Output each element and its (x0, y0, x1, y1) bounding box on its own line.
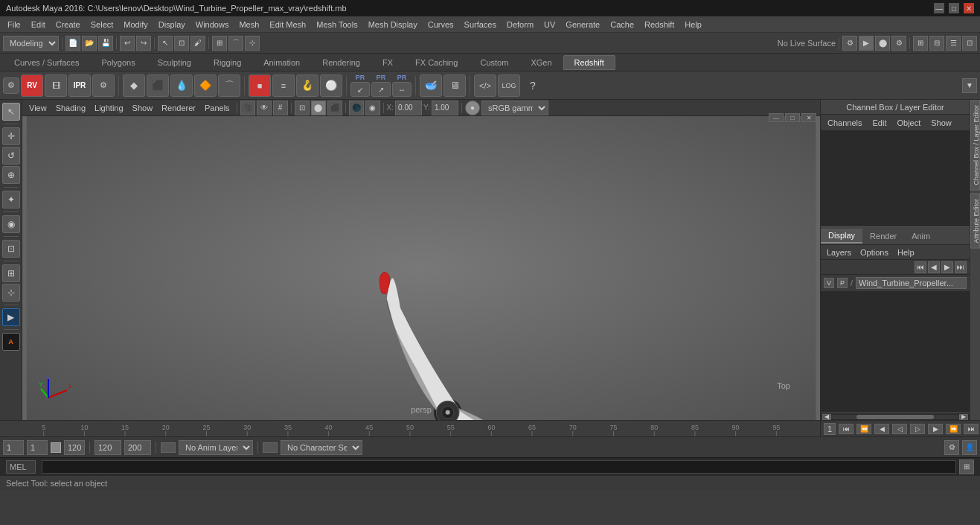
color-space-dropdown[interactable]: sRGB gamma (481, 101, 548, 115)
ui-layout2-button[interactable]: ⊟ (929, 36, 944, 51)
close-button[interactable]: ✕ (964, 3, 974, 13)
vp-grid-btn[interactable]: # (273, 101, 288, 115)
ui-layout4-button[interactable]: ⊡ (962, 36, 977, 51)
frame-current-input[interactable] (27, 440, 48, 455)
tab-xgen[interactable]: XGen (519, 55, 563, 70)
snap-grid-btn[interactable]: ⊞ (2, 264, 20, 282)
char-set-checkbox[interactable] (263, 442, 278, 453)
shelf-code-icon[interactable]: </> (474, 74, 496, 97)
vp-menu-renderer[interactable]: Renderer (158, 102, 199, 114)
tab-curves-surfaces[interactable]: Curves / Surfaces (3, 55, 90, 70)
render-view-btn[interactable]: ▶ (2, 308, 20, 326)
redo-button[interactable]: ↪ (136, 36, 151, 51)
vp-shadow-btn[interactable]: 🌑 (349, 101, 364, 115)
menu-mesh-display[interactable]: Mesh Display (364, 19, 422, 31)
frame-thumb[interactable] (51, 442, 61, 453)
snap-grid-button[interactable]: ⊞ (212, 36, 227, 51)
play-back-btn[interactable]: ◁ (892, 424, 907, 434)
rp-channels-menu[interactable]: Channels (824, 117, 865, 129)
vp-menu-view[interactable]: View (25, 102, 51, 114)
shelf-sphere-icon[interactable]: ◆ (123, 74, 145, 97)
menu-select[interactable]: Select (86, 19, 118, 31)
tab-custom[interactable]: Custom (470, 55, 520, 70)
anim-layer-dropdown[interactable]: No Anim Layer (179, 440, 253, 455)
vp-hide-btn[interactable]: 👁 (257, 101, 272, 115)
anim-layer-checkbox[interactable] (161, 442, 176, 453)
play-prev-btn[interactable]: ⏪ (856, 424, 871, 434)
play-first-btn[interactable]: ⏮ (839, 424, 854, 434)
viewport[interactable]: persp Top X Y Z (22, 116, 820, 420)
ui-layout-button[interactable]: ⊞ (913, 36, 928, 51)
vp-flat-btn[interactable]: ⬛ (327, 101, 342, 115)
render-button[interactable]: ▶ (859, 36, 874, 51)
render-options-button[interactable]: ⚙ (891, 36, 906, 51)
menu-windows[interactable]: Windows (191, 19, 234, 31)
menu-redshift[interactable]: Redshift (640, 19, 679, 31)
frame-start-input[interactable] (3, 440, 24, 455)
undo-button[interactable]: ↩ (120, 36, 135, 51)
shelf-ipr-icon[interactable]: IPR (68, 74, 91, 97)
shelf-sphere2-icon[interactable]: ⚪ (320, 74, 342, 97)
menu-surfaces[interactable]: Surfaces (460, 19, 501, 31)
command-input[interactable] (42, 460, 956, 474)
menu-curves[interactable]: Curves (423, 19, 458, 31)
playback-max-input[interactable] (124, 440, 151, 455)
shelf-scroll-right-button[interactable]: ▼ (962, 78, 977, 93)
scale-tool-btn[interactable]: ⊕ (2, 166, 20, 184)
save-file-button[interactable]: 💾 (98, 36, 113, 51)
menu-cache[interactable]: Cache (606, 19, 638, 31)
play-last-btn[interactable]: ⏭ (964, 424, 979, 434)
rp-arrow-first[interactable]: ⏮ (915, 261, 926, 273)
tab-rendering[interactable]: Rendering (311, 55, 371, 70)
play-fwd-btn[interactable]: ▷ (910, 424, 925, 434)
minimize-button[interactable]: — (934, 3, 944, 13)
tab-polygons[interactable]: Polygons (90, 55, 146, 70)
shelf-help-icon[interactable]: ? (522, 74, 544, 97)
shelf-cube-icon[interactable]: ⬛ (147, 74, 169, 97)
shelf-monitor-icon[interactable]: 🖥 (443, 74, 466, 97)
vp-ao-btn[interactable]: ◉ (365, 101, 380, 115)
lasso-button[interactable]: ⊡ (174, 36, 189, 51)
shelf-log-icon[interactable]: LOG (498, 74, 520, 97)
tab-fx[interactable]: FX (371, 55, 404, 70)
new-file-button[interactable]: 📄 (65, 36, 80, 51)
rp-layer-v-btn[interactable]: V (824, 278, 834, 288)
tab-redshift[interactable]: Redshift (563, 55, 615, 70)
anim-settings-btn[interactable]: ⚙ (944, 440, 959, 455)
vp-menu-lighting[interactable]: Lighting (91, 102, 127, 114)
move-tool-btn[interactable]: ✛ (2, 127, 20, 145)
char-set-dropdown[interactable]: No Character Set (281, 440, 362, 455)
rp-show-menu[interactable]: Show (927, 117, 955, 129)
menu-modify[interactable]: Modify (119, 19, 152, 31)
rp-help-item[interactable]: Help (894, 246, 917, 258)
shelf-bar-icon[interactable]: ≡ (272, 74, 295, 97)
timeline[interactable]: 5 10 15 20 25 30 35 40 45 (0, 420, 980, 436)
rp-edit-menu[interactable]: Edit (868, 117, 890, 129)
color-space-icon[interactable]: ● (465, 101, 480, 115)
tab-sculpting[interactable]: Sculpting (147, 55, 202, 70)
menu-help[interactable]: Help (680, 19, 706, 31)
menu-display[interactable]: Display (154, 19, 190, 31)
cmd-submit-button[interactable]: ⊞ (959, 459, 974, 474)
paint-button[interactable]: 🖌 (190, 36, 205, 51)
menu-edit-mesh[interactable]: Edit Mesh (265, 19, 310, 31)
mode-dropdown[interactable]: Modeling (3, 36, 59, 51)
char-settings-btn[interactable]: 👤 (962, 440, 977, 455)
rp-options-item[interactable]: Options (857, 246, 891, 258)
vertical-tab-channel-box[interactable]: Channel Box / Layer Editor (970, 100, 980, 191)
rp-layers-item[interactable]: Layers (824, 246, 854, 258)
play-next-btn[interactable]: ⏩ (946, 424, 961, 434)
coord-x-input[interactable]: 0.00 (395, 101, 422, 115)
menu-deform[interactable]: Deform (502, 19, 538, 31)
rp-tab-render[interactable]: Render (862, 229, 904, 243)
menu-create[interactable]: Create (51, 19, 85, 31)
rp-scrollbar[interactable]: ◀ ▶ (821, 413, 970, 420)
tab-animation[interactable]: Animation (252, 55, 311, 70)
soft-select-btn[interactable]: ◉ (2, 215, 20, 233)
menu-mesh-tools[interactable]: Mesh Tools (312, 19, 362, 31)
menu-mesh[interactable]: Mesh (234, 19, 263, 31)
snap-point-button[interactable]: ⊹ (245, 36, 260, 51)
tab-rigging[interactable]: Rigging (202, 55, 252, 70)
arnold-btn[interactable]: A (2, 333, 20, 351)
frame-end-input[interactable] (64, 440, 85, 455)
